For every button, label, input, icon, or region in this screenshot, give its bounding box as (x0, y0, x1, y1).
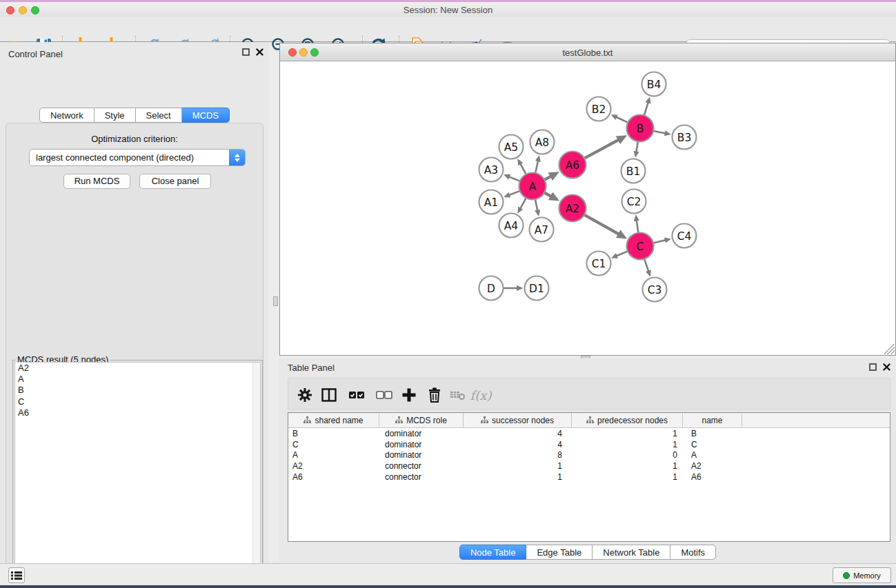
dropdown-stepper-icon (229, 150, 245, 165)
result-item[interactable]: A (15, 374, 260, 385)
criterion-dropdown[interactable]: largest connected component (directed) (29, 149, 246, 166)
table-cell: C (288, 440, 379, 449)
tab-network[interactable]: Network (39, 108, 94, 123)
table-cell: C (683, 440, 742, 449)
column-header-MCDS-role[interactable]: MCDS role (379, 413, 464, 427)
result-item[interactable]: C (15, 396, 260, 407)
edge-B-B4[interactable] (644, 103, 648, 116)
window-title: Session: New Session (0, 5, 896, 15)
network-window-title: testGlobe.txt (280, 48, 895, 58)
add-column-icon[interactable] (399, 385, 419, 405)
edge-B-B1[interactable] (636, 141, 638, 152)
select-all-icon[interactable] (347, 385, 366, 405)
network-view-window: testGlobe.txt B4B2BB3A8A5A6A3B1AA1C2A2A4… (279, 43, 896, 356)
settings-gear-icon[interactable] (295, 385, 315, 405)
edge-A-A1[interactable] (509, 191, 521, 195)
node-label-C: C (637, 241, 644, 253)
vertical-splitter-handle[interactable] (273, 296, 278, 306)
tab-node-table[interactable]: Node Table (459, 545, 527, 560)
delete-icon[interactable] (425, 385, 444, 405)
node-label-C4: C4 (677, 230, 692, 243)
table-row[interactable]: A2connector11A2 (288, 460, 890, 472)
edge-B-B3[interactable] (653, 131, 666, 134)
column-header-successor-nodes[interactable]: successor nodes (464, 413, 572, 427)
edge-C-C3[interactable] (644, 258, 648, 272)
table-cell: dominator (379, 429, 464, 438)
close-panel-icon[interactable] (256, 48, 263, 56)
memory-label: Memory (853, 571, 881, 580)
table-row[interactable]: Adominator80A (288, 450, 890, 461)
result-item[interactable]: B (15, 385, 260, 396)
network-canvas[interactable]: B4B2BB3A8A5A6A3B1AA1C2A2A4A7C4CC1C3DD1 (281, 62, 896, 356)
edge-C-C2[interactable] (637, 221, 639, 234)
edge-C-C4[interactable] (653, 240, 666, 243)
table-body: Bdominator41BCdominator41CAdominator80AA… (288, 428, 890, 483)
edge-A2-C[interactable] (584, 214, 619, 234)
table-panel: Table Panel (279, 358, 896, 563)
edge-B-B2[interactable] (616, 117, 628, 123)
column-type-icon (586, 416, 594, 424)
table-tabs: Node TableEdge TableNetwork TableMotifs (279, 545, 896, 560)
tab-edge-table[interactable]: Edge Table (526, 545, 593, 560)
node-label-B: B (637, 123, 644, 135)
delete-table-icon[interactable] (448, 385, 468, 405)
table-cell: 1 (464, 472, 572, 482)
column-header-name[interactable]: name (683, 413, 742, 427)
table-cell: 8 (464, 450, 572, 460)
tab-motifs[interactable]: Motifs (670, 545, 716, 560)
deselect-all-icon[interactable] (375, 385, 394, 405)
column-header-predecessor-nodes[interactable]: predecessor nodes (572, 413, 683, 427)
float-table-panel-icon[interactable] (869, 363, 877, 371)
column-header-label: shared name (315, 416, 363, 425)
result-item[interactable]: A2 (15, 363, 260, 374)
memory-status-icon (843, 572, 850, 579)
table-toolbar: f(x) (288, 378, 890, 410)
result-scrollbar[interactable] (252, 363, 260, 588)
table-cell: 1 (464, 461, 572, 471)
table-cell: connector (379, 472, 464, 482)
table-cell: A6 (683, 472, 742, 482)
column-header-shared-name[interactable]: shared name (288, 413, 379, 427)
node-label-A7: A7 (535, 224, 548, 236)
mcds-result-list[interactable]: A2ABCA6 (14, 362, 261, 588)
edge-A-A4[interactable] (520, 197, 526, 208)
node-label-A6: A6 (566, 159, 579, 172)
edge-A-A7[interactable] (535, 199, 538, 211)
table-row[interactable]: Cdominator41C (288, 439, 890, 450)
close-table-panel-icon[interactable] (883, 363, 890, 371)
edge-A-A5[interactable] (520, 163, 526, 174)
close-panel-button[interactable]: Close panel (139, 174, 211, 189)
node-table[interactable]: shared nameMCDS rolesuccessor nodesprede… (288, 412, 890, 542)
node-label-A5: A5 (504, 141, 518, 154)
edge-A-A3[interactable] (509, 176, 521, 181)
tab-style[interactable]: Style (94, 108, 136, 123)
tab-network-table[interactable]: Network Table (593, 545, 670, 560)
edge-A6-B[interactable] (584, 140, 619, 159)
result-item[interactable]: A6 (15, 407, 260, 418)
column-view-icon[interactable] (319, 385, 339, 405)
table-cell: 4 (464, 429, 572, 438)
node-label-A3: A3 (484, 164, 498, 176)
edge-C-C1[interactable] (617, 251, 628, 256)
task-history-button[interactable] (8, 567, 25, 583)
table-cell: 1 (572, 472, 683, 482)
float-panel-icon[interactable] (242, 48, 250, 56)
edge-A-A8[interactable] (535, 161, 538, 174)
table-cell: dominator (379, 450, 464, 460)
node-label-A8: A8 (535, 136, 549, 149)
optimization-criterion-label: Optimization criterion: (0, 134, 269, 144)
tab-mcds[interactable]: MCDS (182, 108, 230, 123)
table-row[interactable]: Bdominator41B (288, 428, 890, 439)
node-label-C3: C3 (648, 284, 662, 296)
node-label-A1: A1 (484, 196, 498, 209)
tab-select[interactable]: Select (136, 108, 182, 123)
node-label-B4: B4 (647, 79, 661, 91)
resize-grip[interactable] (884, 344, 895, 354)
node-label-A4: A4 (504, 220, 518, 232)
memory-button[interactable]: Memory (833, 567, 891, 583)
column-header-label: name (701, 416, 722, 425)
run-mcds-button[interactable]: Run MCDS (63, 174, 130, 189)
table-row[interactable]: A6connector11A6 (288, 472, 890, 483)
function-builder[interactable]: f(x) (471, 385, 490, 405)
column-type-icon (303, 416, 311, 424)
